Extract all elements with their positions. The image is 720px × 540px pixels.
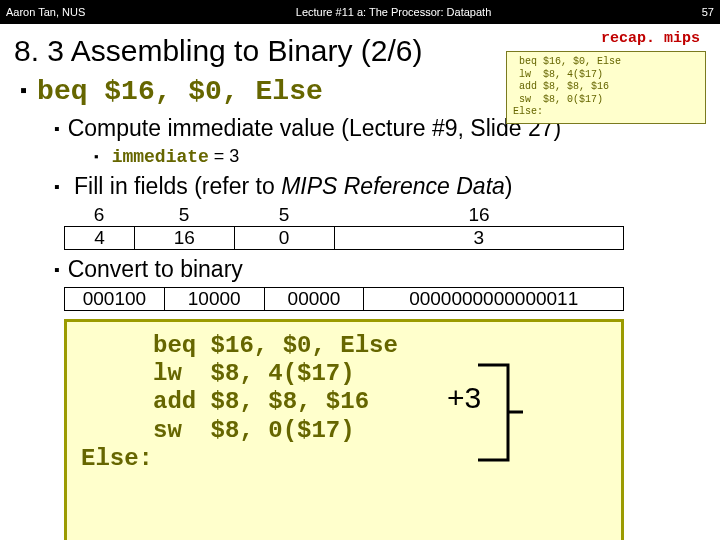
bin-cell: 10000 (164, 287, 264, 310)
immediate-line: immediate = 3 (94, 146, 706, 167)
field-values-row: 4 16 0 3 (64, 226, 624, 250)
field-widths-row: 6 5 5 16 (64, 204, 624, 226)
header-left: Aaron Tan, NUS (6, 6, 85, 18)
bin-cell: 000100 (65, 287, 165, 310)
value-cell: 16 (134, 226, 234, 249)
code-box: beq $16, $0, Else lw $8, 4($17) add $8, … (64, 319, 624, 540)
value-cell: 4 (65, 226, 135, 249)
header-right: 57 (702, 6, 714, 18)
header-center: Lecture #11 a: The Processor: Datapath (85, 6, 701, 18)
recap-code: beq $16, $0, Else lw $8, 4($17) add $8, … (506, 51, 706, 124)
width-cell: 5 (234, 204, 334, 226)
immediate-lhs: immediate (112, 147, 209, 167)
value-cell: 0 (234, 226, 334, 249)
value-cell: 3 (334, 226, 623, 249)
convert-line: Convert to binary (54, 256, 706, 283)
code-box-text: beq $16, $0, Else lw $8, 4($17) add $8, … (81, 332, 398, 472)
header-bar: Aaron Tan, NUS Lecture #11 a: The Proces… (0, 0, 720, 24)
fillin-post: ) (505, 173, 513, 199)
plus-three-label: +3 (447, 380, 481, 415)
bin-cell: 00000 (264, 287, 364, 310)
recap-block: recap. mips beq $16, $0, Else lw $8, 4($… (506, 30, 706, 124)
recap-label: recap. mips (506, 30, 706, 47)
width-cell: 6 (64, 204, 134, 226)
bin-cell: 0000000000000011 (364, 287, 624, 310)
slide-body: recap. mips beq $16, $0, Else lw $8, 4($… (0, 24, 720, 540)
fillin-line: Fill in fields (refer to MIPS Reference … (54, 173, 706, 200)
immediate-rhs: = 3 (209, 146, 240, 166)
width-cell: 16 (334, 204, 624, 226)
binary-row: 000100 10000 00000 0000000000000011 (64, 287, 624, 311)
fillin-pre: Fill in fields (refer to (74, 173, 281, 199)
width-cell: 5 (134, 204, 234, 226)
fillin-ital: MIPS Reference Data (281, 173, 505, 199)
